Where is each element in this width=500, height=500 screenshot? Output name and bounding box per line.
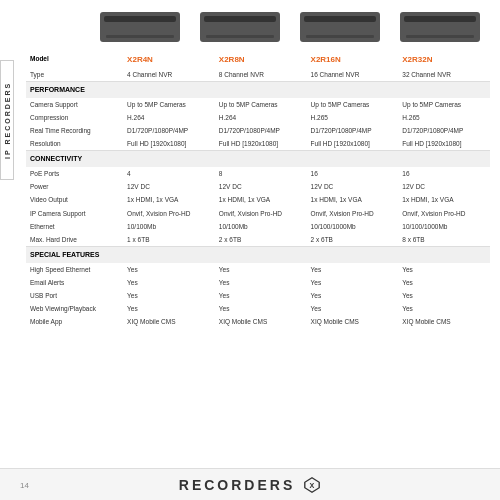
table-header-row: Model X2R4N X2R8N X2R16N X2R32N [26, 52, 490, 68]
row-label-connectivity-1: Power [26, 180, 123, 193]
cell-connectivity-2-0: 1x HDMI, 1x VGA [123, 193, 215, 206]
cell-connectivity-4-3: 10/100/1000Mb [398, 220, 490, 233]
cell-performance-2-0: D1/720P/1080P/4MP [123, 124, 215, 137]
cell-connectivity-2-3: 1x HDMI, 1x VGA [398, 193, 490, 206]
side-tab: IP RECORDERS [0, 60, 14, 180]
spec-table: Model X2R4N X2R8N X2R16N X2R32N Type 4 C… [26, 52, 490, 328]
cell-special_features-2-2: Yes [307, 289, 399, 302]
cell-performance-2-3: D1/720P/1080P/4MP [398, 124, 490, 137]
table-row: Max. Hard Drive1 x 6TB2 x 6TB2 x 6TB8 x … [26, 233, 490, 247]
cell-special_features-0-0: Yes [123, 263, 215, 276]
table-row: Power12V DC12V DC12V DC12V DC [26, 180, 490, 193]
cell-special_features-3-0: Yes [123, 302, 215, 315]
cell-special_features-0-3: Yes [398, 263, 490, 276]
cell-special_features-1-1: Yes [215, 276, 307, 289]
row-label-performance-0: Camera Support [26, 98, 123, 111]
cell-special_features-4-0: XIQ Mobile CMS [123, 315, 215, 328]
cell-connectivity-0-0: 4 [123, 167, 215, 180]
product-image-x2r8n [200, 12, 280, 42]
table-row: High Speed EthernetYesYesYesYes [26, 263, 490, 276]
cell-performance-1-0: H.264 [123, 111, 215, 124]
table-row: USB PortYesYesYesYes [26, 289, 490, 302]
model-x2r4n-header: X2R4N [123, 52, 215, 68]
footer-logo: X [303, 476, 321, 494]
cell-connectivity-3-3: Onvif, Xvision Pro-HD [398, 207, 490, 220]
cell-performance-0-3: Up to 5MP Cameras [398, 98, 490, 111]
cell-performance-2-1: D1/720P/1080P/4MP [215, 124, 307, 137]
row-label-special_features-1: Email Alerts [26, 276, 123, 289]
product-image-x2r32n [400, 12, 480, 42]
table-row: PoE Ports481616 [26, 167, 490, 180]
cell-performance-0-0: Up to 5MP Cameras [123, 98, 215, 111]
cell-performance-3-1: Full HD [1920x1080] [215, 137, 307, 151]
cell-special_features-1-0: Yes [123, 276, 215, 289]
cell-special_features-2-3: Yes [398, 289, 490, 302]
type-x2r16n: 16 Channel NVR [307, 68, 399, 82]
cell-connectivity-0-3: 16 [398, 167, 490, 180]
cell-connectivity-5-0: 1 x 6TB [123, 233, 215, 247]
row-label-special_features-3: Web Viewing/Playback [26, 302, 123, 315]
row-label-connectivity-4: Ethernet [26, 220, 123, 233]
cell-connectivity-4-1: 10/100Mb [215, 220, 307, 233]
row-label-special_features-0: High Speed Ethernet [26, 263, 123, 276]
cell-special_features-1-3: Yes [398, 276, 490, 289]
product-image-x2r4n [100, 12, 180, 42]
table-row: CompressionH.264H.264H.265H.265 [26, 111, 490, 124]
cell-connectivity-2-2: 1x HDMI, 1x VGA [307, 193, 399, 206]
model-x2r8n-header: X2R8N [215, 52, 307, 68]
cell-connectivity-1-1: 12V DC [215, 180, 307, 193]
row-label-special_features-2: USB Port [26, 289, 123, 302]
page-number: 14 [20, 481, 29, 490]
cell-special_features-4-1: XIQ Mobile CMS [215, 315, 307, 328]
cell-connectivity-0-1: 8 [215, 167, 307, 180]
model-column-header: Model [26, 52, 123, 68]
row-label-performance-1: Compression [26, 111, 123, 124]
cell-special_features-4-2: XIQ Mobile CMS [307, 315, 399, 328]
row-label-performance-3: Resolution [26, 137, 123, 151]
cell-performance-0-2: Up to 5MP Cameras [307, 98, 399, 111]
cell-special_features-3-1: Yes [215, 302, 307, 315]
footer-text: RECORDERS [179, 477, 295, 493]
cell-connectivity-5-2: 2 x 6TB [307, 233, 399, 247]
cell-connectivity-4-2: 10/100/1000Mb [307, 220, 399, 233]
cell-performance-1-1: H.264 [215, 111, 307, 124]
cell-special_features-3-3: Yes [398, 302, 490, 315]
cell-connectivity-1-0: 12V DC [123, 180, 215, 193]
row-label-special_features-4: Mobile App [26, 315, 123, 328]
main-content: Model X2R4N X2R8N X2R16N X2R32N Type 4 C… [16, 0, 500, 336]
row-label-connectivity-3: IP Camera Support [26, 207, 123, 220]
section-header-special_features: SPECIAL FEATURES [26, 246, 490, 262]
row-label-connectivity-0: PoE Ports [26, 167, 123, 180]
side-tab-label: IP RECORDERS [4, 81, 11, 158]
type-x2r8n: 8 Channel NVR [215, 68, 307, 82]
cell-performance-0-1: Up to 5MP Cameras [215, 98, 307, 111]
row-label-connectivity-2: Video Output [26, 193, 123, 206]
table-row: Ethernet10/100Mb10/100Mb10/100/1000Mb10/… [26, 220, 490, 233]
footer: 14 RECORDERS X [0, 468, 500, 500]
cell-connectivity-1-2: 12V DC [307, 180, 399, 193]
cell-special_features-3-2: Yes [307, 302, 399, 315]
cell-performance-1-2: H.265 [307, 111, 399, 124]
type-row: Type 4 Channel NVR 8 Channel NVR 16 Chan… [26, 68, 490, 82]
cell-special_features-0-1: Yes [215, 263, 307, 276]
cell-connectivity-0-2: 16 [307, 167, 399, 180]
cell-special_features-2-1: Yes [215, 289, 307, 302]
cell-connectivity-2-1: 1x HDMI, 1x VGA [215, 193, 307, 206]
cell-connectivity-5-3: 8 x 6TB [398, 233, 490, 247]
cell-special_features-2-0: Yes [123, 289, 215, 302]
table-row: Mobile AppXIQ Mobile CMSXIQ Mobile CMSXI… [26, 315, 490, 328]
cell-performance-2-2: D1/720P/1080P/4MP [307, 124, 399, 137]
table-row: IP Camera SupportOnvif, Xvision Pro-HDOn… [26, 207, 490, 220]
type-label: Type [26, 68, 123, 82]
row-label-performance-2: Real Time Recording [26, 124, 123, 137]
svg-text:X: X [310, 480, 315, 489]
cell-connectivity-3-1: Onvif, Xvision Pro-HD [215, 207, 307, 220]
table-row: Real Time RecordingD1/720P/1080P/4MPD1/7… [26, 124, 490, 137]
type-x2r4n: 4 Channel NVR [123, 68, 215, 82]
cell-connectivity-5-1: 2 x 6TB [215, 233, 307, 247]
product-images-row [26, 8, 490, 42]
section-header-connectivity: CONNECTIVITY [26, 151, 490, 167]
table-row: Email AlertsYesYesYesYes [26, 276, 490, 289]
cell-special_features-4-3: XIQ Mobile CMS [398, 315, 490, 328]
section-header-performance: PERFORMANCE [26, 82, 490, 98]
